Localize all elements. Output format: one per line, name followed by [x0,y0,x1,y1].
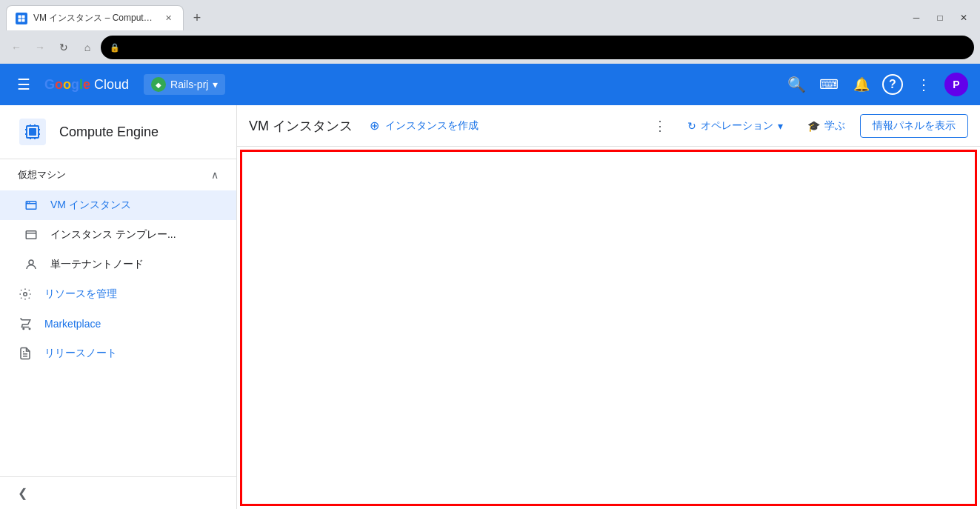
svg-rect-0 [19,15,21,18]
more-options-button[interactable]: ⋮ [912,73,936,96]
vm-section: 仮想マシン ∧ VM インスタンス [0,159,236,279]
topnav: ☰ Google Cloud ◆ Rails-prj ▾ 🔍 ⌨ 🔔 ? ⋮ P [0,64,980,105]
sidebar-header: Compute Engine [0,105,236,159]
browser-chrome: VM インスタンス – Compute Engine ✕ + ─ □ ✕ ← →… [0,0,980,64]
vm-section-title: 仮想マシン [18,168,66,182]
tab-close-button[interactable]: ✕ [162,13,174,24]
sidebar-collapse-button[interactable]: ❮ [0,476,236,509]
cloud-shell-button[interactable]: ⌨ [817,73,841,96]
marketplace-label: Marketplace [44,318,101,330]
create-instance-button[interactable]: ⊕ インスタンスを作成 [359,115,487,137]
svg-point-23 [29,328,30,330]
sidebar-title: Compute Engine [59,124,159,140]
svg-rect-2 [19,19,21,21]
main-content: Compute Engine 仮想マシン ∧ [0,105,980,509]
release-notes-label: リリースノート [44,347,117,360]
page-title: VM インスタンス [249,117,353,135]
browser-tab-active[interactable]: VM インスタンス – Compute Engine ✕ [6,5,184,30]
help-button[interactable]: ? [882,74,903,95]
sidebar-item-vm-instances[interactable]: VM インスタンス [0,190,236,220]
maximize-button[interactable]: □ [930,7,950,28]
project-dropdown-icon: ▾ [213,79,218,90]
content-area: VM インスタンス ⊕ インスタンスを作成 ⋮ ↻ オペレーション ▾ 🎓 学ぶ [237,105,980,509]
tab-favicon [16,13,27,24]
sidebar-item-instance-templates[interactable]: インスタンス テンプレー... [0,220,236,250]
logo-text: Google Cloud [44,77,129,93]
compute-engine-icon [18,117,47,147]
instance-templates-icon [24,227,39,242]
sidebar: Compute Engine 仮想マシン ∧ [0,105,237,509]
info-panel-button[interactable]: 情報パネルを表示 [860,114,968,138]
tab-title: VM インスタンス – Compute Engine [33,12,156,24]
vm-section-chevron: ∧ [211,169,219,181]
address-bar[interactable]: 🔒 [101,36,974,59]
learn-label: 学ぶ [824,119,845,133]
vm-section-header[interactable]: 仮想マシン ∧ [0,159,236,190]
user-avatar[interactable]: P [944,73,968,96]
release-notes-icon [18,346,33,361]
browser-toolbar: ← → ↻ ⌂ 🔒 [0,31,980,64]
main-panel [240,150,977,506]
close-button[interactable]: ✕ [953,7,974,28]
create-instance-label: インスタンスを作成 [385,119,479,133]
create-instance-icon: ⊕ [367,119,381,133]
operations-icon: ↻ [687,120,696,132]
home-button[interactable]: ⌂ [77,37,98,58]
svg-rect-18 [26,231,36,239]
svg-point-17 [29,202,30,204]
sole-tenant-label: 単一テナントノード [50,258,219,271]
project-selector[interactable]: ◆ Rails-prj ▾ [144,74,225,95]
sidebar-item-manage-resources[interactable]: リソースを管理 [0,279,236,309]
manage-resources-label: リソースを管理 [44,287,117,301]
manage-resources-icon [18,287,33,302]
info-panel-label: 情報パネルを表示 [873,119,956,131]
sidebar-item-sole-tenant[interactable]: 単一テナントノード [0,250,236,279]
collapse-icon: ❮ [18,486,27,500]
minimize-button[interactable]: ─ [906,7,927,28]
hamburger-menu-button[interactable]: ☰ [12,73,36,96]
browser-tabs: VM インスタンス – Compute Engine ✕ + [6,5,207,30]
page-toolbar: VM インスタンス ⊕ インスタンスを作成 ⋮ ↻ オペレーション ▾ 🎓 学ぶ [237,105,980,147]
browser-titlebar: VM インスタンス – Compute Engine ✕ + ─ □ ✕ [0,0,980,31]
notifications-button[interactable]: 🔔 [850,73,873,96]
search-button[interactable]: 🔍 [784,73,808,96]
operations-dropdown-icon: ▾ [778,120,783,132]
svg-point-21 [24,293,27,296]
learn-button[interactable]: 🎓 学ぶ [799,115,854,137]
svg-point-20 [29,260,33,265]
more-actions-button[interactable]: ⋮ [648,114,672,138]
sidebar-item-release-notes[interactable]: リリースノート [0,339,236,368]
new-tab-button[interactable]: + [187,7,207,28]
forward-button[interactable]: → [30,37,50,58]
svg-point-16 [27,202,29,204]
app: ☰ Google Cloud ◆ Rails-prj ▾ 🔍 ⌨ 🔔 ? ⋮ P [0,64,980,509]
learn-icon: 🎓 [807,120,820,132]
google-cloud-logo[interactable]: Google Cloud [44,77,129,93]
instance-templates-label: インスタンス テンプレー... [50,228,219,242]
operations-button[interactable]: ↻ オペレーション ▾ [678,114,793,138]
svg-point-22 [23,328,24,330]
vm-instances-label: VM インスタンス [50,199,219,212]
ce-icon-inner [19,119,46,145]
window-controls: ─ □ ✕ [906,4,974,28]
marketplace-icon [18,316,33,331]
svg-rect-3 [22,19,25,21]
lock-icon: 🔒 [110,43,120,53]
project-dot: ◆ [151,77,166,92]
vm-instances-icon [24,198,39,213]
project-name: Rails-prj [170,79,208,90]
svg-rect-5 [29,128,36,136]
back-button[interactable]: ← [6,37,27,58]
svg-rect-1 [22,15,25,18]
operations-label: オペレーション [701,119,773,133]
sole-tenant-icon [24,257,39,272]
reload-button[interactable]: ↻ [53,37,74,58]
sidebar-item-marketplace[interactable]: Marketplace [0,309,236,339]
